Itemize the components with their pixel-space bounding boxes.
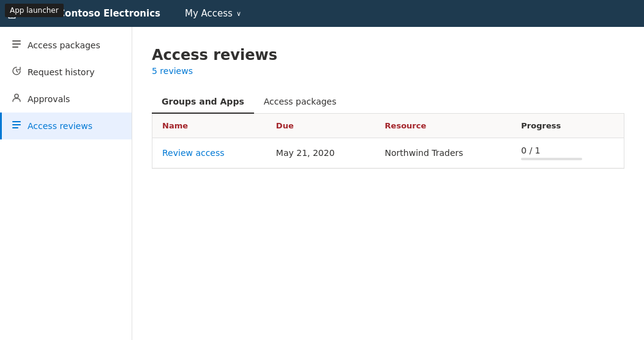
progress-text: 0 / 1 — [521, 146, 614, 155]
review-resource: Northwind Traders — [375, 138, 512, 168]
column-header-name: Name — [152, 114, 266, 138]
svg-rect-6 — [12, 127, 18, 128]
column-header-progress: Progress — [511, 114, 624, 138]
sidebar: Access packages Request history Approval… — [0, 27, 132, 340]
sidebar-item-approvals[interactable]: Approvals — [0, 86, 132, 113]
main-content: Access reviews 5 reviews Groups and Apps… — [132, 27, 644, 340]
app-launcher-tooltip: App launcher — [5, 4, 64, 17]
sidebar-item-access-reviews[interactable]: Access reviews — [0, 113, 132, 139]
column-header-resource: Resource — [375, 114, 512, 138]
review-due-date: May 21, 2020 — [266, 138, 375, 168]
app-layout: Access packages Request history Approval… — [0, 27, 644, 340]
sidebar-label-approvals: Approvals — [28, 94, 70, 104]
access-reviews-icon — [12, 120, 21, 132]
progress-container: 0 / 1 — [521, 146, 614, 160]
approvals-icon — [12, 93, 21, 105]
brand-name: Contoso Electronics — [58, 8, 160, 19]
table-header-row: Name Due Resource Progress — [152, 114, 624, 138]
svg-rect-1 — [12, 43, 21, 45]
tab-groups-and-apps[interactable]: Groups and Apps — [152, 91, 254, 114]
svg-rect-4 — [12, 121, 21, 122]
sidebar-item-request-history[interactable]: Request history — [0, 59, 132, 86]
tab-access-packages[interactable]: Access packages — [254, 91, 346, 114]
app-name-button[interactable]: My Access ∨ — [185, 8, 241, 19]
sidebar-label-request-history: Request history — [28, 67, 94, 77]
svg-point-3 — [15, 94, 18, 98]
reviews-table-container: Name Due Resource Progress — [152, 114, 624, 169]
page-title: Access reviews — [152, 46, 624, 64]
svg-rect-2 — [12, 46, 18, 48]
review-progress: 0 / 1 — [511, 138, 624, 168]
reviews-table: Name Due Resource Progress — [152, 114, 624, 168]
sidebar-label-access-reviews: Access reviews — [28, 121, 92, 131]
request-history-icon — [12, 66, 21, 78]
tab-bar: Groups and Apps Access packages — [152, 91, 624, 114]
column-header-due: Due — [266, 114, 375, 138]
chevron-down-icon: ∨ — [236, 10, 241, 18]
access-packages-icon — [12, 39, 21, 51]
sidebar-label-access-packages: Access packages — [28, 40, 100, 50]
progress-bar-background — [521, 158, 582, 160]
content-area: Access reviews 5 reviews Groups and Apps… — [132, 27, 644, 340]
svg-rect-5 — [12, 124, 21, 125]
table-row: Review access May 21, 2020 Northwind Tra… — [152, 138, 624, 168]
reviews-count[interactable]: 5 reviews — [152, 66, 624, 76]
top-navigation: App launcher ⊞ Contoso Electronics My Ac… — [0, 0, 644, 27]
sidebar-item-access-packages[interactable]: Access packages — [0, 32, 132, 59]
svg-rect-0 — [12, 40, 21, 42]
review-name-link[interactable]: Review access — [152, 138, 266, 168]
